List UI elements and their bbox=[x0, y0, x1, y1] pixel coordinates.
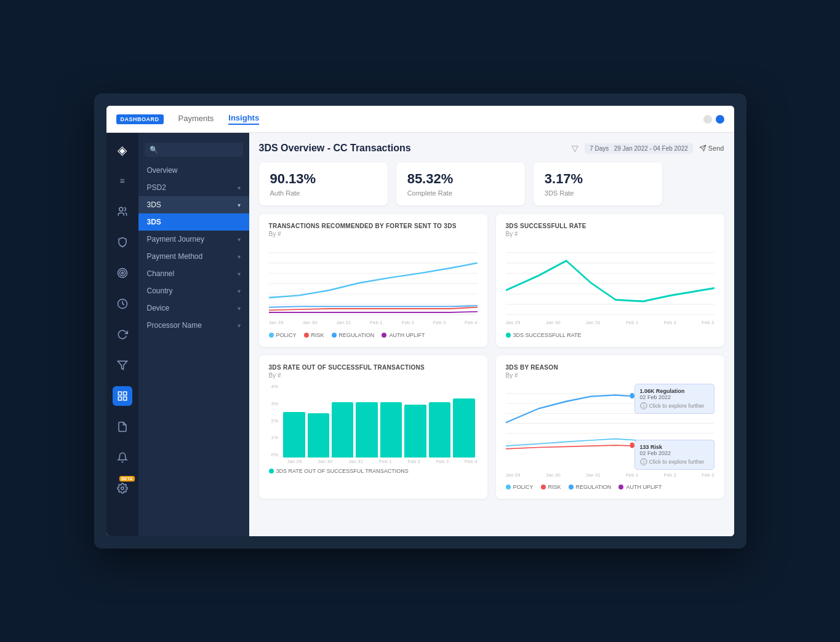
bar-5 bbox=[380, 402, 402, 458]
chevron-3ds: ▾ bbox=[238, 202, 241, 208]
chart-3ds-by-reason: 3DS BY REASON By # bbox=[496, 355, 724, 499]
svg-rect-6 bbox=[118, 392, 121, 395]
tooltip1-explore[interactable]: ⓘ Click to explore further bbox=[640, 402, 709, 410]
document-icon[interactable] bbox=[113, 417, 132, 437]
chart3-x-labels: Jan 29Jan 30Jan 31Feb 1Feb 2Feb 3Feb 4 bbox=[269, 459, 478, 464]
chevron-payment-journey: ▾ bbox=[238, 236, 241, 243]
search-box: 🔍 ⊞ bbox=[145, 143, 243, 157]
shield-icon[interactable] bbox=[113, 232, 132, 252]
page-title: 3DS Overview - CC Transactions bbox=[259, 143, 411, 154]
users-icon[interactable] bbox=[113, 202, 132, 221]
chart2-svg bbox=[506, 242, 714, 316]
chart1-svg bbox=[269, 242, 478, 316]
nav-item-processor-name[interactable]: Processor Name ▾ bbox=[138, 317, 249, 334]
chevron-payment-method: ▾ bbox=[238, 253, 241, 260]
chart4-x-labels: Jan 29Jan 30Jan 31Feb 1Feb 2Feb 3 bbox=[506, 472, 714, 478]
legend-auth-uplift: AUTH UPLIFT bbox=[382, 332, 425, 338]
chart3-bars: 4%3%2%1%0% bbox=[269, 384, 478, 458]
chart4-legend: POLICY RISK REGULATION bbox=[506, 484, 714, 490]
target-icon[interactable] bbox=[113, 263, 132, 283]
svg-point-3 bbox=[121, 272, 123, 274]
menu-icon[interactable]: ≡ bbox=[113, 171, 132, 191]
nav-btn-2[interactable] bbox=[716, 115, 724, 124]
settings-icon[interactable]: BETA bbox=[113, 478, 132, 498]
alert-icon[interactable] bbox=[113, 448, 132, 467]
nav-item-country[interactable]: Country ▾ bbox=[138, 282, 249, 299]
tooltip2-label: 133 Risk bbox=[640, 444, 709, 450]
nav-item-payment-method[interactable]: Payment Method ▾ bbox=[138, 248, 249, 265]
tooltip2-explore[interactable]: ⓘ Click to explore further bbox=[640, 458, 709, 466]
logo-icon: ◈ bbox=[113, 140, 132, 160]
chart1-area: Jan 29Jan 30Jan 31Feb 1Feb 2Feb 3Feb 4 bbox=[269, 242, 478, 328]
chart1-subtitle: By # bbox=[269, 231, 478, 237]
chart2-legend: 3DS SUCCESSFULL RATE bbox=[506, 332, 714, 338]
chart3-subtitle: By # bbox=[269, 372, 478, 379]
tooltip-risk: 133 Risk 02 Feb 2022 ⓘ Click to explore … bbox=[634, 440, 714, 470]
clock-icon[interactable] bbox=[113, 294, 132, 314]
legend4-auth-uplift: AUTH UPLIFT bbox=[618, 484, 662, 490]
search-input[interactable] bbox=[162, 146, 247, 154]
svg-point-34 bbox=[630, 442, 634, 448]
svg-point-10 bbox=[121, 487, 124, 490]
content-header: 3DS Overview - CC Transactions ▽ 7 Days … bbox=[259, 143, 724, 154]
legend4-risk: RISK bbox=[541, 484, 561, 490]
tab-payments[interactable]: Payments bbox=[178, 114, 214, 124]
metrics-row: 90.13% Auth Rate 85.32% Complete Rate 3.… bbox=[259, 162, 724, 205]
nav-btn-1[interactable] bbox=[703, 115, 712, 124]
chart1-legend: POLICY RISK REGULATION bbox=[269, 332, 478, 338]
tooltip1-date: 02 Feb 2022 bbox=[640, 394, 709, 400]
send-button[interactable]: Send bbox=[699, 145, 724, 152]
chart3-y-labels: 4%3%2%1%0% bbox=[271, 384, 281, 458]
nav-item-3ds-child[interactable]: 3DS bbox=[138, 213, 249, 231]
svg-point-2 bbox=[119, 271, 125, 276]
refresh-icon[interactable] bbox=[113, 325, 132, 344]
bar-1 bbox=[283, 412, 305, 458]
bar-3 bbox=[332, 402, 353, 458]
main-layout: ◈ ≡ bbox=[106, 133, 734, 536]
search-icon: 🔍 bbox=[150, 146, 158, 154]
chart2-x-labels: Jan 29Jan 30Jan 31Feb 1Feb 2Feb 3 bbox=[506, 320, 714, 325]
nav-item-overview[interactable]: Overview bbox=[138, 162, 249, 179]
bar-7 bbox=[429, 402, 450, 458]
charts-row-2: 3DS RATE OUT OF SUCCESSFUL TRANSACTIONS … bbox=[259, 355, 724, 499]
nav-item-3ds-parent[interactable]: 3DS ▾ bbox=[138, 196, 249, 213]
legend-3ds-success: 3DS SUCCESSFULL RATE bbox=[506, 332, 582, 338]
metric-label-complete: Complete Rate bbox=[407, 189, 514, 197]
chevron-country: ▾ bbox=[238, 288, 241, 295]
nav-item-device[interactable]: Device ▾ bbox=[138, 299, 249, 317]
tooltip-regulation: 1.06K Regulation 02 Feb 2022 ⓘ Click to … bbox=[634, 384, 714, 414]
metric-value-auth: 90.13% bbox=[270, 171, 377, 187]
filter-icon[interactable]: ▽ bbox=[572, 143, 578, 153]
date-range-badge[interactable]: 7 Days 29 Jan 2022 - 04 Feb 2022 bbox=[585, 143, 693, 154]
nav-item-psd2[interactable]: PSD2 ▾ bbox=[138, 179, 249, 196]
metric-label-auth: Auth Rate bbox=[270, 189, 377, 197]
tooltip2-date: 02 Feb 2022 bbox=[640, 450, 709, 456]
chevron-psd2: ▾ bbox=[238, 184, 241, 191]
legend4-regulation: REGULATION bbox=[569, 484, 612, 490]
app-window: DASHBOARD Payments Insights ◈ ≡ bbox=[106, 106, 734, 536]
chart2-subtitle: By # bbox=[506, 231, 714, 237]
bar-8 bbox=[453, 398, 474, 458]
reports-icon[interactable] bbox=[113, 386, 132, 406]
legend-regulation: REGULATION bbox=[332, 332, 375, 338]
chart-3ds-rate-successful: 3DS RATE OUT OF SUCCESSFUL TRANSACTIONS … bbox=[259, 355, 487, 499]
filter2-icon[interactable] bbox=[113, 355, 132, 375]
nav-item-payment-journey[interactable]: Payment Journey ▾ bbox=[138, 231, 249, 248]
svg-point-0 bbox=[119, 207, 122, 211]
metric-label-3ds: 3DS Rate bbox=[545, 189, 651, 197]
monitor-frame: DASHBOARD Payments Insights ◈ ≡ bbox=[94, 93, 746, 549]
tooltip1-label: 1.06K Regulation bbox=[640, 388, 709, 394]
svg-rect-8 bbox=[123, 397, 126, 400]
svg-point-33 bbox=[630, 393, 634, 398]
main-content: 3DS Overview - CC Transactions ▽ 7 Days … bbox=[249, 133, 734, 536]
sidebar: ◈ ≡ bbox=[106, 133, 138, 536]
legend-risk: RISK bbox=[304, 332, 324, 338]
left-panel: 🔍 ⊞ Overview PSD2 ▾ 3DS ▾ 3DS bbox=[138, 133, 249, 536]
chart-transactions-3ds: TRANSACTIONS RECOMMENDED BY FORTER SENT … bbox=[259, 214, 487, 347]
chart1-x-labels: Jan 29Jan 30Jan 31Feb 1Feb 2Feb 3Feb 4 bbox=[269, 320, 478, 325]
chart-3ds-success-rate: 3DS SUCCESSFULL RATE By # bbox=[496, 214, 724, 347]
nav-item-channel[interactable]: Channel ▾ bbox=[138, 265, 249, 282]
metric-complete-rate: 85.32% Complete Rate bbox=[396, 162, 525, 205]
tab-insights[interactable]: Insights bbox=[228, 113, 259, 125]
metric-value-complete: 85.32% bbox=[407, 171, 514, 187]
